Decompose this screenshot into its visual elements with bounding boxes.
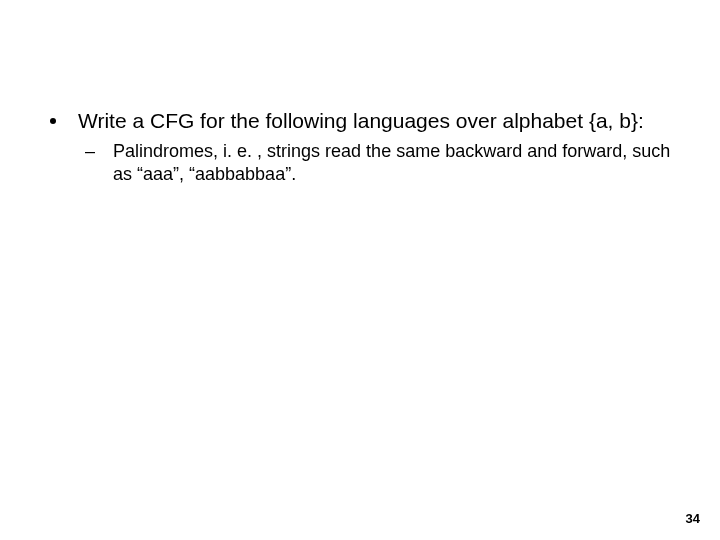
- bullet-level-1: Write a CFG for the following languages …: [50, 108, 690, 134]
- bullet-dash-icon: –: [85, 140, 95, 163]
- bullet-dot-icon: [50, 118, 56, 124]
- bullet-level-1-text: Write a CFG for the following languages …: [78, 108, 644, 134]
- bullet-level-2-text: Palindromes, i. e. , strings read the sa…: [113, 140, 673, 185]
- slide: Write a CFG for the following languages …: [0, 0, 720, 540]
- bullet-level-2: – Palindromes, i. e. , strings read the …: [85, 140, 675, 185]
- page-number: 34: [686, 511, 700, 526]
